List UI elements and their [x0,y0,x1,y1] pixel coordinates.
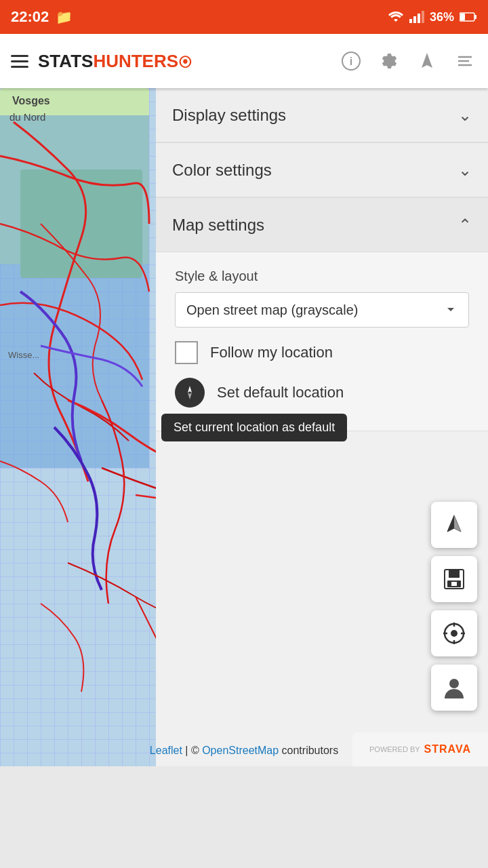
display-settings-chevron: ⌄ [458,106,472,125]
person-fab-icon [442,675,466,700]
list-menu-button[interactable] [453,49,477,73]
svg-text:Wisse...: Wisse... [8,350,39,360]
toolbar-left: STATSHUNTERS⦿ [11,51,192,72]
fab-container [431,502,477,711]
navigation-fab-icon [442,513,466,537]
status-bar: 22:02 📁 36% [0,0,488,34]
settings-button[interactable] [377,49,401,73]
save-fab[interactable] [431,556,477,602]
navigation-button[interactable] [415,49,439,73]
display-settings-section: Display settings ⌄ [156,88,488,143]
openstreetmap-link[interactable]: OpenStreetMap [202,745,279,756]
info-button[interactable]: i [339,49,363,73]
save-fab-icon [442,567,466,591]
svg-rect-1 [413,16,416,23]
app-logo: STATSHUNTERS⦿ [38,51,192,72]
follow-location-label: Follow my location [210,344,333,361]
display-settings-header[interactable]: Display settings ⌄ [156,88,488,142]
menu-button[interactable] [11,55,28,68]
map-area[interactable]: Vosges du Nord Wisse... A 35 Rhe... Durm… [0,88,488,766]
style-layout-label: Style & layout [175,269,469,284]
leaflet-link[interactable]: Leaflet [150,745,182,756]
location-center-fab[interactable] [431,610,477,656]
status-left: 22:02 📁 [11,8,73,26]
color-settings-section: Color settings ⌄ [156,143,488,198]
svg-text:du Nord: du Nord [9,111,45,123]
map-settings-content: Style & layout Open street map (grayscal… [156,252,488,431]
svg-rect-2 [418,14,420,23]
svg-rect-28 [451,582,457,586]
default-location-label: Set default location [217,384,344,401]
navigation-fab[interactable] [431,502,477,548]
clock: 22:02 [11,8,49,26]
map-style-dropdown[interactable]: Open street map (grayscale) [175,292,469,328]
svg-rect-6 [474,15,476,19]
map-settings-chevron: ⌃ [458,216,472,235]
display-settings-label: Display settings [172,106,286,125]
follow-location-row: Follow my location [175,341,469,364]
location-center-fab-icon [442,621,466,646]
strava-brand: STRAVA [424,743,471,755]
compass-button[interactable] [175,378,205,408]
color-settings-label: Color settings [172,161,272,180]
tooltip-set-default-location: Set current location as default [161,414,347,441]
powered-by-label: POWERED BY [369,745,420,753]
svg-marker-9 [422,53,432,68]
battery-icon [460,12,477,22]
color-settings-chevron: ⌄ [458,161,472,180]
svg-text:i: i [350,56,352,67]
map-style-selected: Open street map (grayscale) [186,302,358,318]
status-right: 36% [388,10,477,24]
dropdown-chevron-icon [444,303,458,317]
map-settings-header[interactable]: Map settings ⌃ [156,198,488,252]
battery-text: 36% [430,10,454,24]
color-settings-header[interactable]: Color settings ⌄ [156,143,488,197]
svg-text:Vosges: Vosges [12,95,50,106]
svg-rect-5 [460,14,465,20]
svg-point-35 [449,679,459,688]
toolbar-right: i [339,49,477,73]
svg-point-30 [451,630,458,637]
map-settings-section: Map settings ⌃ Style & layout Open stree… [156,198,488,431]
svg-rect-3 [422,11,424,23]
strava-badge: POWERED BY STRAVA [352,732,488,766]
default-location-row: Set default location Set current locatio… [175,378,469,408]
svg-rect-0 [409,19,412,23]
toolbar: STATSHUNTERS⦿ i [0,34,488,88]
signal-icon [409,11,424,23]
map-settings-label: Map settings [172,216,264,235]
wifi-icon [388,11,404,23]
follow-location-checkbox[interactable] [175,341,198,364]
svg-rect-26 [449,570,460,578]
person-fab[interactable] [431,665,477,711]
notification-icon: 📁 [56,9,73,25]
